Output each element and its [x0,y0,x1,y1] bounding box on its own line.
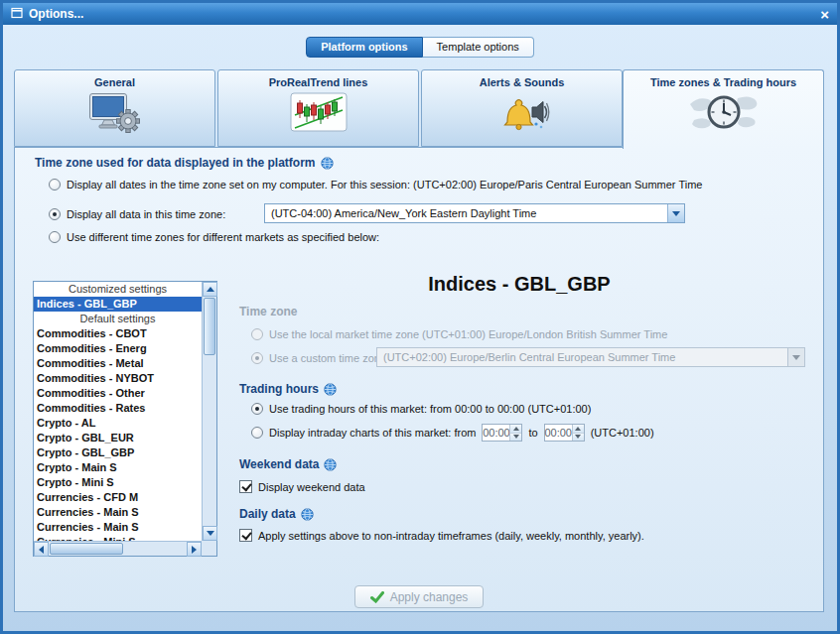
close-icon[interactable]: × [820,7,829,22]
intraday-hours-radio[interactable] [251,427,263,439]
scroll-left-button[interactable] [34,542,49,557]
market-list-item[interactable]: Crypto - Main S [34,460,202,475]
globe-icon [324,458,337,471]
arrow-up-icon [207,287,214,292]
stepper-up-button[interactable] [510,425,521,433]
tab-platform-options[interactable]: Platform options [306,37,422,58]
horizontal-scroll-thumb[interactable] [50,543,123,555]
check-icon [370,591,384,603]
radio-row-computer-timezone: Display all dates in the time zone set o… [49,179,702,190]
arrow-up-icon [575,427,581,431]
dialog-icon [11,5,23,23]
custom-market-tz-select[interactable]: (UTC+02:00) Europe/Berlin Central Europe… [376,347,805,367]
scrollbar-corner [202,541,216,556]
arrow-down-icon [207,531,214,536]
horizontal-scrollbar[interactable] [34,541,202,556]
market-list-item[interactable]: Commodities - Energ [34,341,202,356]
detail-timezone-heading: Time zone [239,305,297,318]
custom-timezone-radio[interactable] [49,208,61,220]
daily-data-heading: Daily data [239,507,314,521]
weekend-data-heading: Weekend data [239,457,337,471]
market-detail-title: Indices - GBL_GBP [217,273,821,296]
arrow-down-icon [575,435,581,439]
bell-speaker-icon [494,92,550,132]
market-list-item[interactable]: Commodities - NYBOT [34,371,202,386]
globe-icon [324,383,337,396]
timezone-section-heading: Time zone used for data displayed in the… [35,156,334,170]
radio-row-custom-market-tz: Use a custom time zone: [251,349,389,367]
market-list-item[interactable]: Currencies - Main S [34,520,202,535]
options-mode-tabs: Platform options Template options [3,37,837,58]
chevron-down-icon [792,355,800,360]
local-market-tz-radio[interactable] [251,328,263,340]
market-list-item[interactable]: Crypto - GBL_GBP [34,445,202,460]
scroll-right-button[interactable] [187,542,202,557]
window-title: Options... [29,7,814,21]
intraday-to-stepper[interactable]: 00:00 [544,424,585,442]
world-clock-icon [688,92,760,132]
tab-general[interactable]: General [14,69,215,147]
intraday-from-stepper[interactable]: 00:00 [482,424,522,442]
stepper-up-button[interactable] [573,425,584,433]
list-group-header: Default settings [34,312,202,326]
market-list-item[interactable]: Commodities - Metal [34,356,202,371]
market-listbox: Customized settingsIndices - GBL_GBPDefa… [33,281,217,557]
scroll-down-button[interactable] [203,526,217,541]
globe-icon [301,508,314,521]
vertical-scroll-thumb[interactable] [204,298,215,355]
market-list-item[interactable]: Crypto - AL [34,416,202,431]
combo-dropdown-button-disabled[interactable] [787,348,804,366]
radio-row-intraday-hours: Display intraday charts of this market: … [251,423,654,443]
radio-row-per-market-timezone: Use different time zones for different m… [49,231,379,243]
market-list: Customized settingsIndices - GBL_GBPDefa… [34,282,202,541]
market-list-item[interactable]: Commodities - Rates [34,401,202,416]
apply-changes-button[interactable]: Apply changes [354,585,484,608]
market-list-item[interactable]: Commodities - CBOT [34,326,202,341]
tab-timezones-trading-hours[interactable]: Time zones & Trading hours [623,69,824,149]
radio-row-local-market-tz: Use the local market time zone (UTC+01:0… [251,328,667,340]
stepper-down-button[interactable] [510,433,521,442]
chevron-down-icon [672,211,680,216]
candlestick-chart-icon [290,92,348,132]
options-dialog: Options... × Platform options Template o… [0,0,840,634]
globe-icon [321,157,334,170]
checkbox-row-daily: Apply settings above to non-intraday tim… [239,529,644,542]
arrow-left-icon [39,546,44,554]
tab-prorealtrend-lines[interactable]: ProRealTrend lines [217,69,419,147]
market-list-item[interactable]: Crypto - GBL_EUR [34,431,202,445]
market-list-item[interactable]: Commodities - Other [34,386,202,401]
stepper-down-button[interactable] [573,433,584,442]
content-panel: Time zone used for data displayed in the… [14,147,824,612]
computer-timezone-radio[interactable] [49,179,61,190]
dialog-body: Platform options Template options Genera… [3,25,837,631]
market-list-item[interactable]: Currencies - Main S [34,505,202,520]
market-list-item[interactable]: Indices - GBL_GBP [34,297,202,312]
list-group-header: Customized settings [34,282,202,297]
trading-hours-heading: Trading hours [239,382,337,396]
market-list-item[interactable]: Crypto - Mini S [34,475,202,490]
arrow-down-icon [513,435,519,439]
market-hours-radio[interactable] [251,403,263,415]
radio-row-market-hours: Use trading hours of this market: from 0… [251,403,591,415]
daily-data-checkbox[interactable] [239,529,252,542]
market-list-item[interactable]: Currencies - CFD M [34,490,202,505]
combo-dropdown-button[interactable] [667,204,684,222]
titlebar: Options... × [3,3,837,25]
radio-row-custom-timezone: Display all data in this time zone: [49,205,225,223]
checkbox-row-weekend: Display weekend data [239,480,365,493]
vertical-scrollbar[interactable] [202,282,216,541]
arrow-right-icon [192,546,197,554]
per-market-timezone-radio[interactable] [49,231,61,243]
arrow-up-icon [513,427,519,431]
tab-template-options[interactable]: Template options [423,37,534,58]
tab-alerts-sounds[interactable]: Alerts & Sounds [421,69,623,147]
custom-timezone-select[interactable]: (UTC-04:00) America/New_York Eastern Day… [264,203,685,223]
monitor-gear-icon [88,92,142,134]
weekend-data-checkbox[interactable] [239,480,252,493]
scroll-up-button[interactable] [203,282,217,297]
custom-market-tz-radio[interactable] [251,352,263,364]
